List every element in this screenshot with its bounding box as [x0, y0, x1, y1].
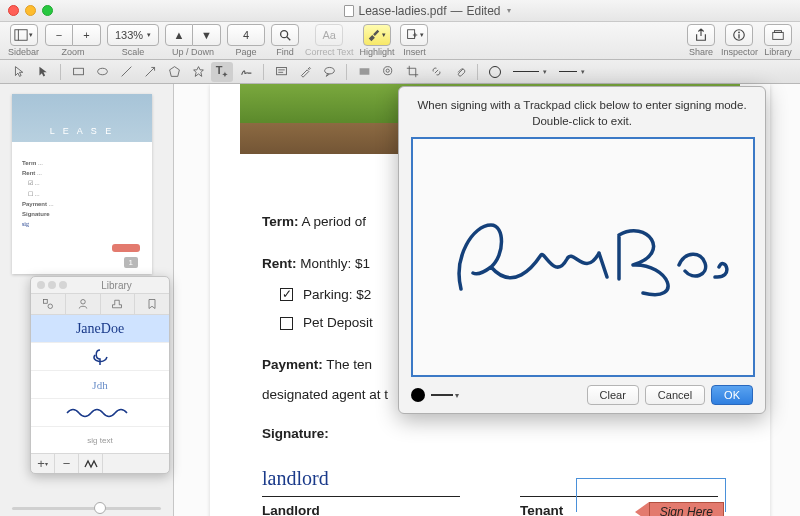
- library-palette[interactable]: Library JaneDoe Jdh sig text +▾ −: [30, 276, 170, 474]
- pointer-tool[interactable]: [32, 62, 54, 82]
- inspector-button[interactable]: [725, 24, 753, 46]
- signature-item-5[interactable]: sig text: [31, 427, 169, 453]
- palette-tab-signatures[interactable]: [66, 294, 101, 314]
- find-button[interactable]: [271, 24, 299, 46]
- insert-button[interactable]: ▾: [400, 24, 428, 46]
- svg-rect-4: [408, 30, 415, 39]
- landlord-signature: landlord: [262, 460, 460, 492]
- highlighter-icon: [367, 28, 381, 42]
- text-select-tool[interactable]: [8, 62, 30, 82]
- main-toolbar: ▾ Sidebar − + Zoom 133%▾ Scale ▲ ▼ Up / …: [0, 22, 800, 60]
- mask-tool[interactable]: [353, 62, 375, 82]
- term-label: Term:: [262, 214, 299, 229]
- svg-line-15: [145, 67, 154, 76]
- sidebar-icon: [14, 28, 28, 42]
- find-label: Find: [276, 47, 294, 57]
- library-label: Library: [764, 47, 792, 57]
- cancel-button[interactable]: Cancel: [645, 385, 705, 405]
- signature-stroke-dropdown[interactable]: ▾: [431, 387, 459, 403]
- palette-tab-bookmarks[interactable]: [135, 294, 169, 314]
- share-button[interactable]: [687, 24, 715, 46]
- rect-tool[interactable]: [67, 62, 89, 82]
- window-titlebar: Lease-ladies.pdf — Edited ▾: [0, 0, 800, 22]
- signature-item-3[interactable]: Jdh: [31, 371, 169, 399]
- svg-rect-11: [775, 31, 782, 33]
- page-down-button[interactable]: ▼: [193, 24, 221, 46]
- parking-text: Parking: $2: [303, 283, 371, 307]
- loupe-tool[interactable]: [377, 62, 399, 82]
- slider-handle[interactable]: [94, 502, 106, 514]
- speech-tool[interactable]: [318, 62, 340, 82]
- insert-icon: [405, 28, 419, 42]
- popover-footer: ▾ Clear Cancel OK: [411, 385, 753, 405]
- sign-here-tag[interactable]: Sign Here: [635, 502, 724, 516]
- line-weight-dropdown[interactable]: ▾: [554, 62, 590, 82]
- share-icon: [694, 28, 708, 42]
- svg-line-14: [121, 67, 131, 77]
- rent-label: Rent:: [262, 256, 297, 271]
- signature-item-4[interactable]: [31, 399, 169, 427]
- palette-scribble-button[interactable]: [79, 454, 103, 473]
- text-tool[interactable]: T✦: [211, 62, 233, 82]
- palette-tabs: [31, 293, 169, 315]
- document-icon: [344, 5, 354, 17]
- clear-button[interactable]: Clear: [587, 385, 639, 405]
- search-icon: [278, 28, 292, 42]
- marker-tool[interactable]: [294, 62, 316, 82]
- ok-button[interactable]: OK: [711, 385, 753, 405]
- zoom-window-button[interactable]: [42, 5, 53, 16]
- palette-list: JaneDoe Jdh sig text: [31, 315, 169, 453]
- palette-close-button[interactable]: [37, 281, 45, 289]
- thumbnail-size-slider[interactable]: [12, 507, 161, 510]
- signature-color-swatch[interactable]: [411, 388, 425, 402]
- thumbnail-lease-title: L E A S E: [12, 126, 152, 136]
- signature-item-2[interactable]: [31, 343, 169, 371]
- page-thumbnail[interactable]: L E A S E Term ... Rent ... ☑ ...☐ ... P…: [12, 94, 152, 274]
- palette-add-button[interactable]: +▾: [31, 454, 55, 473]
- thumbnail-page-number: 1: [124, 257, 138, 268]
- palette-remove-button[interactable]: −: [55, 454, 79, 473]
- zoom-in-button[interactable]: +: [73, 24, 101, 46]
- link-tool[interactable]: [425, 62, 447, 82]
- updown-label: Up / Down: [172, 47, 214, 57]
- close-window-button[interactable]: [8, 5, 19, 16]
- scale-field[interactable]: 133%▾: [107, 24, 159, 46]
- svg-rect-10: [773, 32, 784, 39]
- signature-item-1[interactable]: JaneDoe: [31, 315, 169, 343]
- line-tool[interactable]: [115, 62, 137, 82]
- palette-min-button[interactable]: [48, 281, 56, 289]
- palette-tab-shapes[interactable]: [31, 294, 66, 314]
- arrow-tool[interactable]: [139, 62, 161, 82]
- palette-titlebar[interactable]: Library: [31, 277, 169, 293]
- note-tool[interactable]: [270, 62, 292, 82]
- inspector-label: Inspector: [721, 47, 758, 57]
- highlight-label: Highlight: [359, 47, 394, 57]
- palette-tab-stamps[interactable]: [101, 294, 136, 314]
- shape-style-dropdown[interactable]: [484, 62, 506, 82]
- minimize-window-button[interactable]: [25, 5, 36, 16]
- sidebar-toggle-button[interactable]: ▾: [10, 24, 38, 46]
- crop-tool[interactable]: [401, 62, 423, 82]
- library-icon: [771, 28, 785, 42]
- palette-footer: +▾ −: [31, 453, 169, 473]
- parking-checkbox: ✓: [280, 288, 293, 301]
- attach-tool[interactable]: [449, 62, 471, 82]
- annotation-toolbar: T✦ ▾ ▾: [0, 60, 800, 84]
- svg-rect-16: [276, 67, 286, 74]
- oval-tool[interactable]: [91, 62, 113, 82]
- line-style-dropdown[interactable]: ▾: [508, 62, 552, 82]
- svg-point-25: [80, 300, 85, 305]
- signature-tool[interactable]: [235, 62, 257, 82]
- signature-canvas[interactable]: [411, 137, 755, 377]
- page-up-button[interactable]: ▲: [165, 24, 193, 46]
- palette-zoom-button[interactable]: [59, 281, 67, 289]
- highlight-button[interactable]: ▾: [363, 24, 391, 46]
- title-status: Edited: [467, 4, 501, 18]
- library-button[interactable]: [764, 24, 792, 46]
- polygon-tool[interactable]: [163, 62, 185, 82]
- zoom-out-button[interactable]: −: [45, 24, 73, 46]
- svg-rect-12: [73, 68, 83, 75]
- page-field[interactable]: 4: [227, 24, 265, 46]
- scale-label: Scale: [122, 47, 145, 57]
- star-tool[interactable]: [187, 62, 209, 82]
